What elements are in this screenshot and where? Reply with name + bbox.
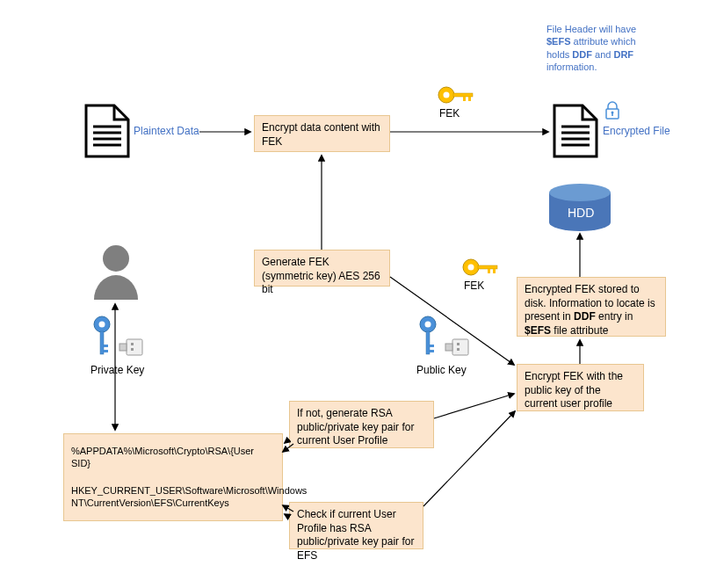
svg-rect-39 [452, 339, 468, 355]
svg-rect-29 [104, 350, 108, 352]
svg-rect-27 [100, 331, 104, 354]
svg-rect-30 [127, 339, 142, 355]
key-icon-blue-public [416, 315, 440, 360]
generate-fek-box: Generate FEK (symmetric key) AES 256 bit [254, 250, 390, 287]
svg-rect-21 [478, 265, 497, 269]
svg-point-24 [103, 245, 129, 272]
svg-rect-23 [493, 269, 496, 273]
svg-rect-40 [445, 344, 452, 351]
svg-rect-6 [453, 93, 473, 97]
fek-mid-label: FEK [464, 279, 484, 292]
header-and: and [592, 49, 613, 60]
svg-rect-22 [488, 269, 490, 273]
svg-rect-42 [457, 348, 460, 351]
svg-rect-38 [430, 350, 434, 352]
file-header-note: File Header will have $EFS attribute whi… [546, 23, 661, 73]
document-icon [84, 104, 130, 162]
plaintext-label: Plaintext Data [134, 125, 199, 137]
encrypted-document-icon [553, 104, 598, 162]
paths-box: %APPDATA%\Microsoft\Crypto\RSA\{User SID… [63, 433, 283, 521]
svg-point-35 [425, 322, 431, 328]
encrypted-fek-box: Encrypted FEK stored to disk. Informatio… [517, 277, 666, 337]
svg-rect-41 [457, 343, 460, 345]
check-rsa-box: Check if current User Profile has RSA pu… [289, 502, 423, 549]
encrypt-fek-pub-box: Encrypt FEK with the public key of the c… [517, 364, 644, 411]
svg-rect-8 [468, 97, 471, 101]
lock-icon [604, 101, 620, 124]
paths-line2: HKEY_CURRENT_USER\Software\Microsoft\Win… [71, 484, 275, 510]
svg-rect-15 [612, 113, 613, 116]
svg-line-50 [434, 394, 514, 418]
user-icon [89, 242, 143, 305]
svg-rect-37 [430, 345, 434, 347]
public-key-label: Public Key [416, 364, 467, 376]
svg-rect-31 [119, 344, 127, 351]
efek-c: file attribute [551, 324, 608, 337]
svg-point-26 [99, 322, 105, 328]
header-drf: DRF [613, 49, 633, 60]
svg-rect-7 [463, 97, 466, 101]
efek-ddf: DDF [574, 310, 596, 323]
hdd-label: HDD [568, 206, 594, 220]
encrypted-file-label: Encrypted File [603, 125, 670, 137]
fek-top-label: FEK [439, 107, 460, 120]
efek-b: entry in [596, 310, 633, 323]
svg-rect-36 [426, 331, 430, 354]
key-icon-yellow-mid [461, 257, 500, 281]
usb-icon-private [118, 338, 144, 360]
key-icon-blue-private [90, 315, 114, 360]
svg-point-18 [549, 184, 611, 201]
svg-rect-32 [131, 343, 134, 345]
encrypt-data-box: Encrypt data content with FEK [254, 115, 390, 152]
header-line2: information. [546, 62, 597, 72]
efek-efs: $EFS [525, 324, 551, 337]
private-key-label: Private Key [90, 364, 144, 376]
svg-point-20 [468, 265, 474, 271]
gen-rsa-box: If not, generate RSA public/private key … [289, 401, 434, 448]
key-icon-yellow-top [437, 84, 475, 109]
svg-rect-33 [131, 348, 134, 351]
header-line1a: File Header will have [546, 24, 636, 34]
paths-line1: %APPDATA%\Microsoft\Crypto\RSA\{User SID… [71, 445, 275, 470]
svg-rect-28 [104, 345, 108, 347]
usb-icon-public [444, 338, 470, 360]
header-ddf: DDF [572, 49, 592, 60]
header-efs: $EFS [546, 36, 571, 47]
svg-point-5 [444, 92, 450, 98]
svg-line-56 [423, 411, 515, 506]
